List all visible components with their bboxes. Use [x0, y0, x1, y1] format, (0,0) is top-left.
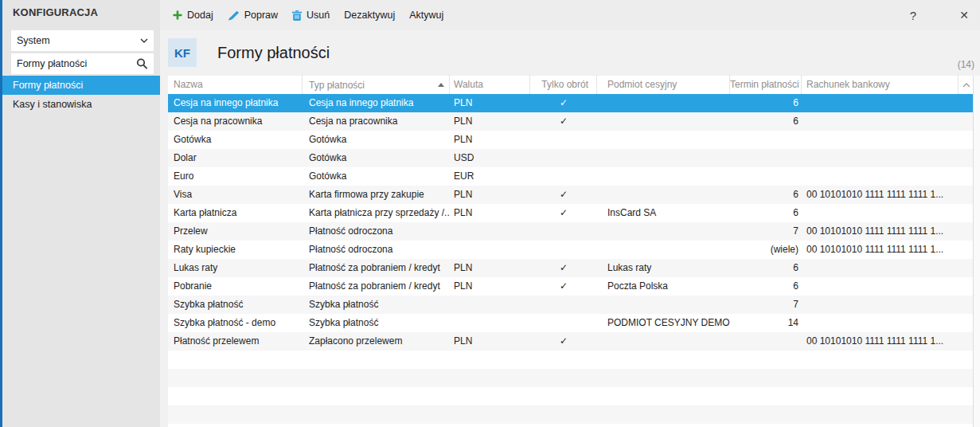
toolbar-button-label: Dodaj: [187, 10, 213, 21]
checkmark-icon: ✓: [560, 262, 568, 273]
table-row[interactable]: VisaKarta firmowa przy zakupiePLN✓600 10…: [168, 186, 973, 204]
column-header[interactable]: Typ płatności: [303, 76, 450, 94]
scrollbar-up-arrow[interactable]: [959, 76, 974, 94]
table-row[interactable]: DolarGotówkaUSD: [168, 149, 973, 167]
record-count: (14): [958, 59, 974, 70]
table-cell: Płatność przelewem: [168, 332, 303, 351]
dezaktywuj-button[interactable]: Dezaktywuj: [344, 10, 395, 21]
table-cell: Karta płatnicza: [168, 204, 303, 222]
checkmark-icon: ✓: [560, 207, 568, 218]
column-header[interactable]: Waluta: [450, 76, 530, 94]
column-header[interactable]: Termin płatności: [730, 76, 802, 94]
table-cell: Płatność za pobraniem / kredyt: [303, 259, 450, 277]
table-cell: 6: [730, 94, 802, 112]
table-body: Cesja na innego płatnikaCesja na innego …: [168, 94, 973, 427]
table-cell: USD: [450, 149, 530, 167]
app-window: KONFIGURACJA System Formy płatności Form…: [0, 0, 980, 427]
checkmark-icon: ✓: [560, 116, 568, 127]
help-button[interactable]: ?: [910, 0, 916, 30]
table-cell: PLN: [450, 332, 530, 351]
toolbar-button-label: Dezaktywuj: [344, 10, 395, 21]
empty-row: [168, 369, 973, 387]
toolbar-button-label: Usuń: [306, 10, 330, 21]
table-cell: [730, 167, 802, 186]
table-cell: PLN: [450, 277, 530, 296]
table-row[interactable]: Cesja na pracownikaCesja na pracownikaPL…: [168, 112, 973, 131]
toolbar-button-label: Popraw: [244, 10, 278, 21]
table-cell: ✓: [530, 94, 597, 112]
table-row[interactable]: Cesja na innego płatnikaCesja na innego …: [168, 94, 973, 112]
table-row[interactable]: Szybka płatność - demoSzybka płatnośćPOD…: [168, 314, 973, 332]
popraw-button[interactable]: Popraw: [228, 10, 278, 21]
column-header-label: Nazwa: [174, 79, 203, 90]
column-header-label: Rachunek bankowy: [806, 79, 890, 90]
table-cell: 6: [730, 259, 802, 277]
table-cell: Szybka płatność: [303, 296, 450, 314]
table-cell: PODMIOT CESYJNY DEMO: [597, 314, 730, 332]
table-cell: [450, 296, 530, 314]
table-cell: ✓: [530, 186, 597, 204]
table-row[interactable]: Karta płatniczaKarta płatnicza przy sprz…: [168, 204, 973, 222]
table-cell: PLN: [450, 112, 530, 131]
column-header-label: Termin płatności: [730, 79, 799, 90]
chevron-down-icon: [140, 38, 148, 43]
table-cell: [530, 131, 597, 149]
table-cell: Karta płatnicza przy sprzedaży /...: [303, 204, 450, 222]
checkmark-icon: ✓: [560, 97, 568, 108]
table-row[interactable]: Raty kupieckiePłatność odroczona(wiele)0…: [168, 241, 973, 259]
table-cell: [597, 186, 730, 204]
table-cell: [530, 222, 597, 241]
table-cell: 00 10101010 1111 1111 1111 1...: [802, 241, 974, 259]
table-cell: ✓: [530, 332, 597, 351]
search-icon[interactable]: [136, 58, 148, 70]
empty-row: [168, 351, 973, 369]
column-header[interactable]: Nazwa: [168, 76, 303, 94]
column-header[interactable]: Rachunek bankowy: [802, 76, 959, 94]
table-cell: 14: [730, 314, 802, 332]
sort-ascending-icon: [438, 83, 444, 87]
table-row[interactable]: PobraniePłatność za pobraniem / kredytPL…: [168, 277, 973, 296]
table-row[interactable]: Lukas ratyPłatność za pobraniem / kredyt…: [168, 259, 973, 277]
toolbar: DodajPoprawUsuńDezaktywujAktywuj ? ✕: [160, 0, 980, 30]
table-cell: Visa: [168, 186, 303, 204]
table-cell: [802, 149, 974, 167]
table-cell: 7: [730, 222, 802, 241]
table-cell: [802, 131, 974, 149]
checkmark-icon: ✓: [560, 280, 568, 292]
table-cell: Płatność za pobraniem / kredyt: [303, 277, 450, 296]
aktywuj-button[interactable]: Aktywuj: [409, 10, 443, 21]
table-cell: Płatność odroczona: [303, 241, 450, 259]
module-select-value: System: [17, 30, 50, 51]
table-cell: [597, 241, 730, 259]
sidebar-item[interactable]: Kasy i stanowiska: [2, 95, 160, 114]
table-cell: PLN: [450, 259, 530, 277]
table-cell: [450, 314, 530, 332]
table-cell: [597, 296, 730, 314]
module-select[interactable]: System: [11, 30, 154, 51]
table-cell: 6: [730, 204, 802, 222]
table-row[interactable]: EuroGotówkaEUR: [168, 167, 973, 186]
usun-button[interactable]: Usuń: [292, 10, 330, 21]
sidebar-item[interactable]: Formy płatności: [2, 76, 160, 95]
table-cell: [530, 314, 597, 332]
close-button[interactable]: ✕: [959, 0, 969, 30]
table-cell: Szybka płatność: [303, 314, 450, 332]
table-row[interactable]: PrzelewPłatność odroczona700 10101010 11…: [168, 222, 973, 241]
search-input[interactable]: Formy płatności: [11, 53, 154, 74]
brush-icon: [228, 10, 240, 21]
column-header[interactable]: Podmiot cesyjny: [597, 76, 730, 94]
table-cell: EUR: [450, 167, 530, 186]
table-cell: [802, 296, 974, 314]
table-cell: [530, 167, 597, 186]
table-row[interactable]: Płatność przelewemZapłacono przelewemPLN…: [168, 332, 973, 351]
dodaj-button[interactable]: Dodaj: [173, 10, 213, 21]
empty-row: [168, 424, 973, 427]
table-cell: [802, 94, 974, 112]
checkmark-icon: ✓: [560, 189, 568, 200]
column-header[interactable]: Tylko obrót: [530, 76, 597, 94]
table-row[interactable]: GotówkaGotówkaPLN: [168, 131, 973, 149]
table-row[interactable]: Szybka płatnośćSzybka płatność7: [168, 296, 973, 314]
table-cell: 00 10101010 1111 1111 1111 1...: [802, 332, 974, 351]
trash-icon: [292, 10, 302, 21]
table-cell: Pobranie: [168, 277, 303, 296]
